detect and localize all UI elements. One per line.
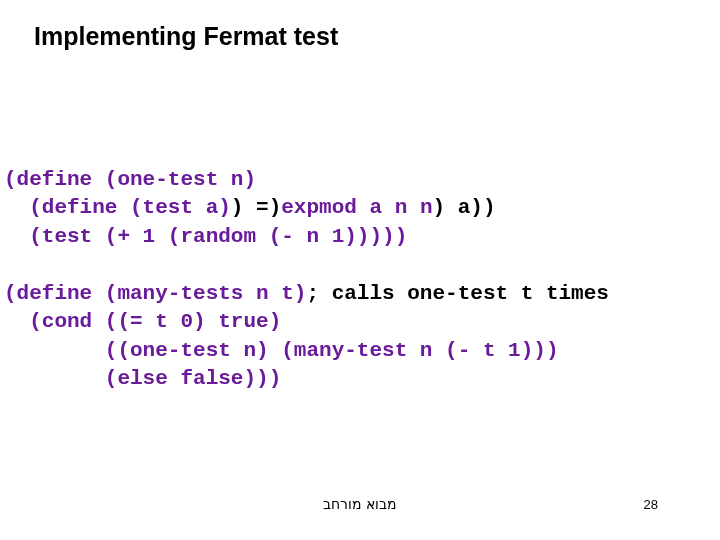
code-line: (define (many-tests n t) xyxy=(4,282,306,305)
code-line: (define (one-test n) xyxy=(4,168,256,191)
code-comment: ; calls one-test t times xyxy=(306,282,608,305)
code-line: ) =) xyxy=(231,196,281,219)
code-line: ) a)) xyxy=(433,196,496,219)
code-line: (test (+ 1 (random (- n 1))))) xyxy=(4,225,407,248)
code-line: (define (test a) xyxy=(4,196,231,219)
code-line: expmod a n n xyxy=(281,196,432,219)
page-number: 28 xyxy=(644,497,658,512)
code-line: ((one-test n) (many-test n (- t 1))) xyxy=(4,339,559,362)
code-line: (cond ((= t 0) true) xyxy=(4,310,281,333)
slide-title: Implementing Fermat test xyxy=(34,22,338,51)
footer-text: מבוא מורחב xyxy=(323,496,397,512)
code-line: (else false))) xyxy=(4,367,281,390)
code-block-one-test: (define (one-test n) (define (test a)) =… xyxy=(4,166,496,251)
code-block-many-tests: (define (many-tests n t); calls one-test… xyxy=(4,280,609,393)
